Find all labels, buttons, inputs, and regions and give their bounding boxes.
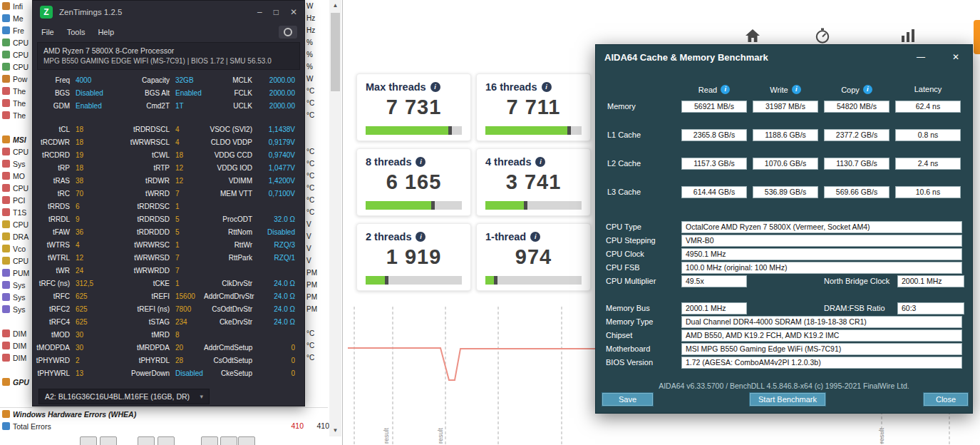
timing-value: 625: [76, 290, 121, 303]
timings-row: tRFC4625tSTAG234CkeDrvStr24.0 Ω: [33, 316, 304, 329]
info-icon[interactable]: i: [416, 232, 425, 242]
memory-config-grid: Freq4000Capacity32GBMCLK2000.00BGSDisabl…: [33, 74, 304, 113]
timing-value: 24.0 Ω: [258, 303, 295, 316]
timing-label: AddrCmdSetup: [204, 342, 258, 354]
save-button[interactable]: Save: [602, 392, 654, 406]
timing-value: 24.0 Ω: [258, 290, 295, 303]
ram-slot-dropdown[interactable]: A2: BL16G36C16U4BL.M16FE (16GB, DR) ▾: [38, 389, 210, 404]
sensor-label: DIM: [13, 329, 32, 338]
toolbar-button[interactable]: [100, 436, 117, 445]
sensor-label: CPU: [13, 39, 32, 47]
timing-value: 4: [76, 239, 121, 252]
timing-label: MEM VTT: [204, 188, 258, 200]
scrollbar-thumb[interactable]: [331, 13, 340, 91]
timings-row: tWR24tWRWRDD7: [33, 265, 304, 277]
menu-file[interactable]: File: [41, 28, 54, 36]
timing-label: tPHYRDL: [121, 354, 175, 367]
home-icon[interactable]: [744, 27, 761, 44]
info-icon[interactable]: i: [416, 157, 425, 167]
timing-value: 19: [76, 149, 121, 162]
total-errors-row[interactable]: Total Errors 410 410: [0, 420, 328, 432]
zentimings-titlebar[interactable]: Z ZenTimings 1.2.5 – □ ✕: [33, 1, 304, 24]
info-icon[interactable]: i: [792, 85, 801, 94]
toolbar-button[interactable]: [158, 436, 175, 445]
whea-section: Windows Hardware Errors (WHEA) Total Err…: [0, 407, 328, 432]
sensor-label: Fre: [13, 26, 32, 35]
timing-label: tRFC4: [34, 316, 76, 329]
sensor-value-unit: Hz: [306, 24, 315, 36]
toolbar-button[interactable]: [238, 436, 255, 445]
benchmark-card-title: Max threads: [366, 81, 426, 93]
maximize-icon[interactable]: □: [274, 7, 279, 17]
scroll-up-icon[interactable]: ▲: [329, 0, 341, 11]
info-icon[interactable]: i: [535, 157, 545, 167]
benchmark-card-title: 8 threads: [366, 156, 411, 168]
score-bar-marker: [524, 201, 527, 210]
sensor-icon: [2, 160, 10, 168]
axis-label: result: [383, 427, 390, 444]
minimize-icon[interactable]: –: [257, 7, 262, 17]
info-field-value: 1.72 (AGESA: ComboAM4v2PI 1.2.0.3b): [681, 357, 962, 369]
timing-value: 1,1438V: [258, 123, 295, 136]
timing-value: [258, 265, 295, 277]
sensor-icon: [2, 111, 10, 119]
timing-label: ClkDrvStr: [204, 277, 258, 290]
sensor-value-unit: V: [306, 230, 311, 242]
score-bar: [366, 276, 462, 285]
info-icon[interactable]: i: [530, 232, 540, 242]
menu-tools[interactable]: Tools: [67, 28, 86, 36]
info-icon[interactable]: i: [721, 85, 730, 94]
whea-section-header[interactable]: Windows Hardware Errors (WHEA): [0, 407, 328, 420]
benchmark-card-title: 4 threads: [485, 156, 531, 168]
start-benchmark-button[interactable]: Start Benchmark: [749, 392, 826, 406]
thread-benchmark-cards: Max threadsi7 73116 threadsi7 7118 threa…: [356, 73, 592, 291]
timing-label: VDDG IOD: [204, 162, 258, 175]
bar-chart-icon[interactable]: [899, 27, 917, 44]
benchmark-card-header: 2 threadsi: [366, 231, 462, 242]
info-icon[interactable]: i: [430, 82, 440, 92]
info-icon[interactable]: i: [863, 85, 872, 94]
hwinfo-scrollbar[interactable]: ▲ ▼: [329, 0, 341, 436]
sensor-value-unit: °C: [306, 194, 314, 206]
benchmark-card: 16 threadsi7 711: [476, 73, 591, 141]
gauge-icon[interactable]: [814, 27, 831, 44]
sensor-label: DIM: [13, 354, 32, 362]
minimize-icon[interactable]: —: [917, 52, 925, 62]
close-button[interactable]: Close: [923, 392, 969, 406]
timings-row: tRC70tWRRD7MEM VTT0,7100V: [33, 188, 304, 200]
close-icon[interactable]: ✕: [290, 7, 297, 17]
screenshot-camera-icon[interactable]: [279, 26, 297, 39]
toolbar-button[interactable]: [201, 436, 218, 445]
sensor-label: GPU: [13, 378, 32, 387]
close-icon[interactable]: ✕: [952, 52, 959, 62]
benchmark-card: Max threadsi7 731: [356, 73, 471, 141]
column-header-label: Read: [698, 86, 717, 94]
timings-row: tRCDRD19tCWL18VDDG CCD0,9740V: [33, 149, 304, 162]
sensor-value-unit: W: [306, 0, 313, 12]
timings-row: tPHYWRD2tPHYRDL28CsOdtSetup0: [33, 354, 304, 367]
timing-value: 13: [76, 367, 121, 380]
info-icon[interactable]: i: [542, 82, 552, 92]
aida64-titlebar[interactable]: AIDA64 Cache & Memory Benchmark — ✕: [596, 45, 972, 69]
timing-value: 0,9740V: [258, 149, 295, 162]
toolbar-button[interactable]: [220, 436, 237, 445]
sensor-label: Sys: [13, 293, 32, 302]
toolbar-button[interactable]: [138, 436, 155, 445]
timing-value: 24.0 Ω: [258, 316, 295, 329]
benchmark-value-cell: 1130.7 GB/s: [824, 158, 889, 170]
score-bar: [485, 201, 582, 210]
toolbar-button[interactable]: [80, 436, 97, 445]
benchmark-row-label: Memory: [607, 102, 636, 111]
timing-label: tPHYWRD: [34, 354, 76, 367]
benchmark-card-header: 8 threadsi: [366, 156, 462, 168]
sensor-label: The: [13, 99, 32, 108]
menu-help[interactable]: Help: [98, 28, 114, 36]
timing-value: 8: [175, 329, 204, 342]
timing-label: tRFC2: [34, 303, 76, 316]
timings-row: tRRDL9tRDRDSD5ProcODT32.0 Ω: [33, 213, 304, 226]
timing-label: Capacity: [121, 74, 175, 87]
timing-label: RttNom: [204, 226, 258, 239]
benchmark-value-cell: 1157.3 GB/s: [681, 158, 747, 170]
timing-label: RttWr: [204, 239, 258, 252]
timing-label: Cmd2T: [121, 100, 175, 113]
